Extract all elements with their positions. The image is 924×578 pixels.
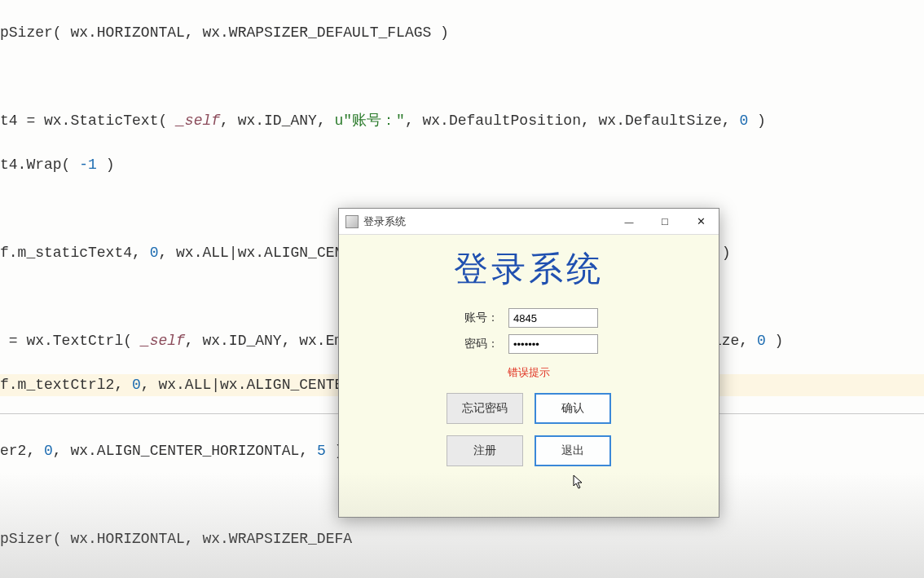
- code-text: t4.Wrap(: [0, 157, 79, 173]
- code-text: f.m_textCtrl2,: [0, 377, 132, 393]
- code-text: ): [97, 157, 115, 173]
- app-icon: [345, 215, 359, 228]
- register-button[interactable]: 注册: [447, 435, 523, 466]
- code-text: , wx.ID_ANY,: [220, 113, 334, 129]
- exit-button[interactable]: 退出: [535, 435, 611, 466]
- code-text: , wx.DefaultPosition, wx.DefaultSize,: [405, 113, 739, 129]
- code-self: _self: [141, 333, 185, 349]
- password-label: 密码：: [460, 337, 499, 351]
- code-string: u"账号：": [335, 113, 405, 129]
- code-text: ): [748, 113, 766, 129]
- dialog-title: 登录系统: [363, 214, 406, 229]
- code-number: 5: [317, 443, 326, 459]
- code-self: _self: [176, 113, 220, 129]
- confirm-button[interactable]: 确认: [535, 393, 611, 424]
- code-text: pSizer( wx.HORIZONTAL, wx.WRAPSIZER_DEFA…: [0, 24, 449, 41]
- code-number: -1: [79, 157, 97, 173]
- account-label: 账号：: [460, 311, 499, 325]
- code-text: t4 = wx.StaticText(: [0, 113, 176, 129]
- login-heading: 登录系统: [339, 246, 719, 292]
- login-dialog: 登录系统 登录系统 账号： 密码： 错误提示 忘记密码 确认 注册 退出: [338, 208, 719, 518]
- code-number: 0: [132, 377, 141, 393]
- minimize-button[interactable]: [611, 209, 647, 235]
- close-button[interactable]: [683, 209, 719, 235]
- code-text: , wx.ALL|wx.ALIGN_CENTER,: [141, 377, 370, 393]
- code-text: = wx.TextCtrl(: [0, 333, 141, 349]
- forgot-password-button[interactable]: 忘记密码: [447, 393, 523, 424]
- maximize-button[interactable]: [647, 209, 683, 235]
- code-number: 0: [739, 113, 748, 129]
- code-text: ): [766, 333, 784, 349]
- account-input[interactable]: [508, 308, 598, 328]
- code-number: 0: [150, 245, 159, 261]
- code-number: 0: [757, 333, 766, 349]
- code-text: er2,: [0, 443, 44, 459]
- code-text: f.m_staticText4,: [0, 245, 150, 261]
- code-text: pSizer( wx.HORIZONTAL, wx.WRAPSIZER_DEFA: [0, 531, 352, 547]
- code-number: 0: [44, 443, 53, 459]
- dialog-titlebar[interactable]: 登录系统: [339, 209, 719, 235]
- password-input[interactable]: [508, 334, 598, 354]
- error-text: 错误提示: [339, 365, 719, 380]
- code-text: , wx.ALIGN_CENTER_HORIZONTAL,: [53, 443, 317, 459]
